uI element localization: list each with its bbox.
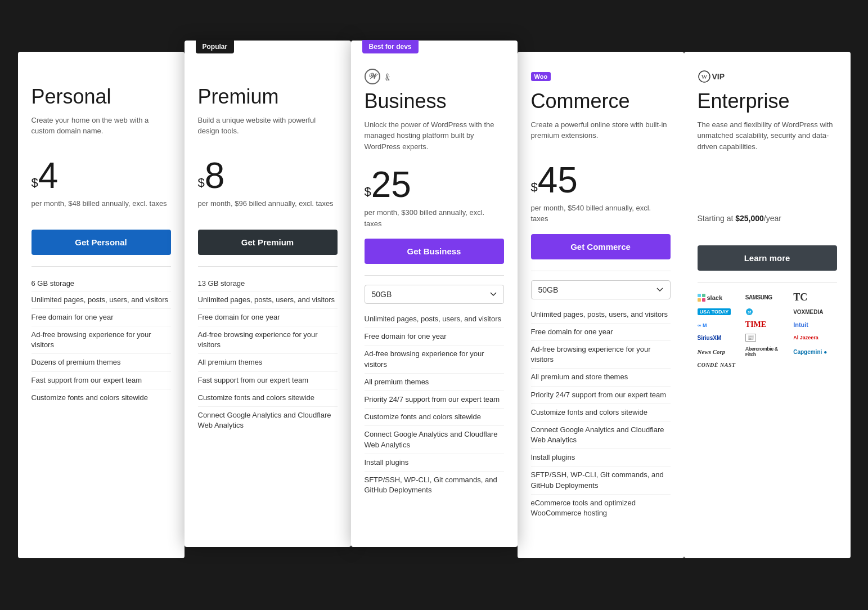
plan-commerce-description: Create a powerful online store with buil… (531, 119, 671, 147)
enterprise-client-logos: slack SAMSUNG TC USA TODAY sf VOXMEDIA (698, 291, 837, 368)
plan-personal-storage: 6 GB storage (32, 276, 171, 291)
slack-label: slack (707, 294, 723, 301)
starting-price-value: $25,000 (735, 214, 764, 223)
plan-premium: Popular Premium Build a unique website w… (185, 41, 351, 547)
plan-commerce-title: Commerce (531, 90, 671, 113)
plan-commerce-currency: $ (531, 181, 538, 194)
plan-business-billing: per month, $300 billed annually, excl. t… (365, 207, 504, 230)
list-item: Unlimited pages, posts, users, and visit… (32, 291, 171, 309)
wp-text: ﹠ (383, 69, 394, 84)
slack-icon (698, 294, 705, 302)
wp-circle-icon: W (698, 70, 711, 83)
plan-business-description: Unlock the power of WordPress with the m… (365, 119, 504, 152)
plan-personal-price-block: $ 4 (32, 154, 171, 194)
plan-premium-amount: 8 (205, 158, 225, 194)
plan-enterprise-description: The ease and flexibility of WordPress wi… (698, 119, 837, 152)
list-item: Unlimited pages, posts, users, and visit… (531, 306, 671, 324)
list-item: Customize fonts and colors sitewide (531, 404, 671, 421)
plan-personal-title: Personal (32, 86, 171, 108)
newscorp-logo: News Corp (698, 346, 741, 357)
samsung-label: SAMSUNG (745, 294, 772, 300)
plan-commerce-storage-dropdown[interactable]: 50GB 100GB 200GB (531, 280, 671, 299)
plan-personal-amount: 4 (38, 158, 59, 194)
list-item: Connect Google Analytics and Cloudflare … (531, 421, 671, 449)
svg-text:sf: sf (748, 310, 752, 314)
svg-rect-5 (702, 298, 705, 302)
usatoday-label: USA TODAY (698, 308, 731, 315)
list-item: Customize fonts and colors sitewide (32, 389, 171, 406)
voxmedia-logo: VOXMEDIA (793, 308, 836, 316)
salesforce-icon: sf (745, 308, 753, 316)
list-item: Ad-free browsing experience for your vis… (531, 341, 671, 369)
plan-premium-cta[interactable]: Get Premium (198, 230, 338, 255)
siriusxm-label: SiriusXM (698, 335, 722, 341)
meta-logo: ∞ Meta (698, 320, 741, 329)
list-item: Unlimited pages, posts, users, and visit… (365, 311, 504, 328)
svg-rect-2 (698, 294, 701, 297)
salesforce-logo: sf (745, 308, 789, 316)
plan-business-logo: 𝒲 ﹠ (365, 68, 504, 86)
plan-business-amount: 25 (371, 167, 411, 203)
meta-icon: ∞ Meta (698, 322, 707, 328)
plan-business-features: Unlimited pages, posts, users, and visit… (365, 311, 504, 499)
list-item: Connect Google Analytics and Cloudflare … (198, 407, 338, 434)
plan-enterprise-title: Enterprise (698, 90, 837, 113)
capgemini-label: Capgemini (793, 349, 822, 355)
list-item: Install plugins (365, 454, 504, 472)
list-item: Free domain for one year (365, 328, 504, 346)
list-item: Connect Google Analytics and Cloudflare … (365, 426, 504, 454)
plan-premium-title: Premium (198, 86, 338, 108)
plan-premium-currency: $ (198, 177, 205, 189)
list-item: SFTP/SSH, WP-CLI, Git commands, and GitH… (365, 472, 504, 499)
list-item: All premium and store themes (531, 369, 671, 386)
list-item: All premium themes (365, 374, 504, 391)
wp-icon: 𝒲 (365, 69, 380, 84)
plan-enterprise-logo: W VIP (698, 68, 837, 86)
list-item: Install plugins (531, 449, 671, 467)
plan-personal-features: Unlimited pages, posts, users, and visit… (32, 291, 171, 406)
plan-premium-billing: per month, $96 billed annually, excl. ta… (198, 198, 338, 221)
list-item: Customize fonts and colors sitewide (365, 409, 504, 426)
newscorp-label: News Corp (698, 348, 726, 355)
siriusxm-logo: SiriusXM (698, 334, 741, 342)
plan-business-cta[interactable]: Get Business (365, 239, 504, 264)
list-item: eCommerce tools and optimized WooCommerc… (531, 495, 671, 522)
list-item: Free domain for one year (198, 309, 338, 326)
plan-personal: Personal Create your home on the web wit… (18, 52, 185, 558)
list-item: Customize fonts and colors sitewide (198, 389, 338, 407)
plan-business-storage-dropdown[interactable]: 50GB 100GB 200GB (365, 285, 504, 304)
list-item: Fast support from our expert team (198, 372, 338, 389)
plan-enterprise-cta[interactable]: Learn more (698, 245, 837, 271)
plan-enterprise: W VIP Enterprise The ease and flexibilit… (684, 52, 851, 558)
plan-commerce-features: Unlimited pages, posts, users, and visit… (531, 306, 671, 522)
intuit-logo: Intuit (793, 320, 836, 329)
plan-business: Best for devs 𝒲 ﹠ Business Unlock the po… (351, 41, 518, 547)
plan-business-price-block: $ 25 (365, 163, 504, 203)
best-for-devs-badge: Best for devs (362, 40, 419, 53)
list-item: Priority 24/7 support from our expert te… (365, 391, 504, 409)
plan-commerce-billing: per month, $540 billed annually, excl. t… (531, 203, 671, 225)
plan-personal-description: Create your home on the web with a custo… (32, 115, 171, 143)
plan-enterprise-starting-price: Starting at $25,000/year (698, 214, 837, 236)
svg-text:∞ Meta: ∞ Meta (698, 322, 707, 328)
plan-personal-currency: $ (32, 177, 38, 189)
svg-text:W: W (701, 73, 707, 80)
pricing-table: Personal Create your home on the web wit… (18, 52, 851, 558)
time-logo: TIME (745, 320, 789, 329)
usatoday-logo: USA TODAY (698, 308, 741, 316)
plan-premium-storage: 13 GB storage (198, 276, 338, 291)
newspaper-label: 📰 (745, 334, 756, 342)
aljazeera-logo: Al Jazeera (793, 334, 836, 342)
plan-personal-billing: per month, $48 billed annually, excl. ta… (32, 198, 171, 221)
techcrunch-logo: TC (793, 291, 836, 303)
plan-premium-price-block: $ 8 (198, 154, 338, 194)
svg-rect-4 (698, 298, 701, 302)
plan-personal-cta[interactable]: Get Personal (32, 230, 171, 255)
list-item: Dozens of premium themes (32, 354, 171, 371)
plan-commerce-cta[interactable]: Get Commerce (531, 234, 671, 259)
samsung-logo: SAMSUNG (745, 291, 789, 303)
abercrombie-label: Abercrombie & Fitch (745, 346, 789, 357)
plan-commerce-logo: Woo (531, 68, 671, 86)
list-item: Ad-free browsing experience for your vis… (32, 326, 171, 354)
list-item: All premium themes (198, 354, 338, 371)
